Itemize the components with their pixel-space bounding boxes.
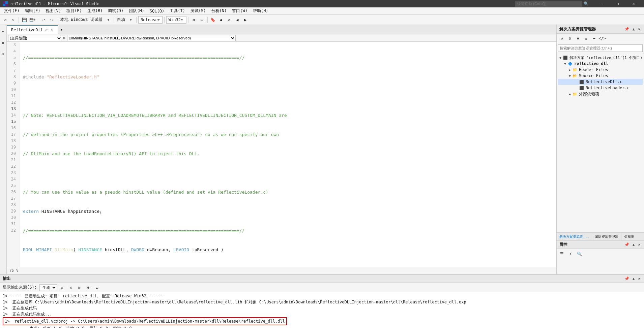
output-wrap-button[interactable]: ↵ (93, 284, 101, 291)
output-source-dropdown[interactable]: 生成 (39, 284, 57, 291)
line-num-6: 6 (7, 61, 18, 67)
solution-filter-button[interactable]: ≡ (574, 35, 582, 42)
close-panel-button[interactable]: × (637, 27, 641, 31)
restore-button[interactable]: ❐ (610, 0, 625, 7)
menu-view[interactable]: 视图(V) (43, 7, 64, 14)
code-status: 75 % (7, 267, 556, 274)
menu-window[interactable]: 窗口(W) (229, 7, 250, 14)
solution-collapse-button[interactable]: − (590, 35, 598, 42)
reflective-dll-file[interactable]: ⬛ ReflectiveDll.c (558, 79, 643, 85)
output-close-button[interactable]: × (637, 276, 641, 281)
tab-close-button[interactable]: × (50, 28, 54, 32)
output-line-highlighted: 1> reflective_dll.vcxproj -> C:\Users\ad… (3, 317, 641, 325)
left-icon-3[interactable]: ⊞ (0, 49, 6, 59)
save-all-button[interactable]: 💾+ (29, 16, 36, 24)
toolbar-btn-4[interactable]: ◆ (217, 16, 225, 24)
prop-close-button[interactable]: × (637, 242, 641, 247)
output-btn-2[interactable]: ◁ (67, 284, 75, 291)
menu-tools[interactable]: 工具(T) (167, 7, 188, 14)
close-button[interactable]: ✕ (626, 0, 641, 7)
tab-bar: ReflectiveDll.c × ▾ (7, 25, 556, 34)
maximize-button[interactable]: ▲ (632, 27, 636, 31)
source-files-item[interactable]: ▼ 📂 Source Files (558, 73, 643, 79)
solution-sync-button[interactable]: ⇄ (558, 35, 565, 42)
toolbar-btn-5[interactable]: ◇ (226, 16, 233, 24)
code-viewport[interactable]: 3 4 5 6 7 8 9 10 11 12 13 14 15 16 (7, 42, 556, 267)
line-num-17: 17 (7, 131, 18, 138)
minimize-button[interactable]: ─ (594, 0, 610, 7)
toolbar-sep-1 (19, 17, 19, 23)
svg-rect-3 (5, 4, 8, 6)
prop-btn-2[interactable]: ⚡ (567, 250, 574, 258)
prop-pin-button[interactable]: 📌 (623, 242, 630, 247)
toolbar-btn-1[interactable]: ⚙ (190, 16, 198, 24)
output-line-1: 1>------ 已启动生成: 项目: reflective_dll, 配置: … (3, 293, 641, 299)
menu-sql[interactable]: SQL(Q) (147, 8, 167, 14)
menu-edit[interactable]: 编辑(E) (22, 7, 43, 14)
header-files-item[interactable]: ▶ 📁 Header Files (558, 67, 643, 73)
toolbar-btn-2[interactable]: ⊞ (198, 16, 206, 24)
prop-maximize-button[interactable]: ▲ (632, 242, 636, 247)
svg-rect-2 (3, 4, 5, 6)
prop-btn-1[interactable]: ☰ (558, 250, 565, 258)
tab-solution-explorer[interactable]: 解决方案资源管... (557, 233, 592, 240)
menu-file[interactable]: 文件(F) (1, 7, 22, 14)
code-editor: 3 4 5 6 7 8 9 10 11 12 13 14 15 16 (7, 42, 556, 267)
output-btn-1[interactable]: ↕ (58, 284, 66, 291)
reflective-loader-file[interactable]: ⬛ ReflectiveLoader.c (558, 85, 643, 91)
quick-launch-input[interactable] (515, 1, 582, 7)
line-num-8: 8 (7, 74, 18, 80)
solution-root-item[interactable]: ▼ ⬛ 解决方案 'reflective_dll'(1 个项目) (558, 55, 643, 61)
left-icon-1[interactable]: ▶ (0, 26, 6, 36)
output-btn-3[interactable]: ▷ (76, 284, 83, 291)
output-toolbar: 显示输出来源(S): 生成 ↕ ◁ ▷ ⊗ ↵ (0, 283, 644, 292)
solution-properties-button[interactable]: ⚙ (566, 35, 574, 42)
new-tab-button[interactable]: ▾ (58, 25, 65, 34)
menu-analyze[interactable]: 分析(N) (209, 7, 230, 14)
solution-icon: ⬛ (563, 55, 568, 60)
solution-code-button[interactable]: </> (598, 35, 606, 42)
left-icon-2[interactable]: ■ (0, 38, 6, 48)
back-button[interactable]: ◁ (1, 16, 9, 24)
toolbar-btn-3[interactable]: 🔖 (209, 16, 217, 24)
code-content[interactable]: //======================================… (20, 42, 556, 267)
menu-project[interactable]: 项目(P) (64, 7, 85, 14)
menu-team[interactable]: 团队(M) (126, 7, 147, 14)
tab-class-view[interactable]: 类视图 (621, 233, 637, 240)
external-deps-item[interactable]: ▶ 📁 外部依赖项 (558, 91, 643, 97)
menu-help[interactable]: 帮助(H) (250, 7, 271, 14)
prop-btn-3[interactable]: 🔍 (576, 250, 583, 258)
function-dropdown[interactable]: DllMain(HINSTANCE hinstDLL, DWORD dwReas… (67, 35, 236, 41)
toolbar-sep-3 (57, 17, 57, 23)
pin-button[interactable]: 📌 (623, 27, 630, 31)
solution-search-input[interactable] (558, 44, 643, 52)
toolbar-btn-6[interactable]: ◀ (234, 16, 241, 24)
tab-team-explorer[interactable]: 团队资源管理器 (592, 233, 621, 240)
project-item[interactable]: ▼ 🔷 reflective_dll (558, 61, 643, 67)
undo-button[interactable]: ↩ (40, 16, 47, 24)
line-num-14: 14 (7, 112, 18, 119)
run-dropdown-button[interactable]: ▾ (105, 16, 112, 24)
menu-build[interactable]: 生成(B) (85, 7, 106, 14)
attach-dropdown-button[interactable]: ▾ (127, 16, 135, 24)
forward-button[interactable]: ▷ (9, 16, 17, 24)
toolbar-btn-7[interactable]: ▶ (242, 16, 249, 24)
output-pin-button[interactable]: 📌 (623, 276, 630, 281)
save-button[interactable]: 💾 (21, 16, 28, 24)
scope-dropdown[interactable]: (全局范围) (8, 35, 62, 41)
output-clear-button[interactable]: ⊗ (85, 284, 92, 291)
nav-arrow: ▷ (63, 36, 66, 40)
redo-button[interactable]: ↪ (48, 16, 55, 24)
output-title: 输出 (3, 276, 11, 282)
line-num-11: 11 (7, 93, 18, 99)
external-folder-icon: 📁 (572, 92, 578, 97)
platform-dropdown[interactable]: Win32 ▾ (166, 16, 186, 24)
menu-test[interactable]: 测试(S) (188, 7, 209, 14)
output-content[interactable]: 1>------ 已启动生成: 项目: reflective_dll, 配置: … (0, 292, 644, 328)
solution-refresh-button[interactable]: ↺ (582, 35, 590, 42)
config-dropdown[interactable]: Release ▾ (138, 16, 163, 24)
output-up-button[interactable]: ▲ (632, 276, 636, 281)
tab-reflective-dll[interactable]: ReflectiveDll.c × (7, 25, 58, 34)
right-panel-toolbar: ⇄ ⚙ ≡ ↺ − </> (557, 34, 644, 43)
menu-debug[interactable]: 调试(D) (105, 7, 126, 14)
